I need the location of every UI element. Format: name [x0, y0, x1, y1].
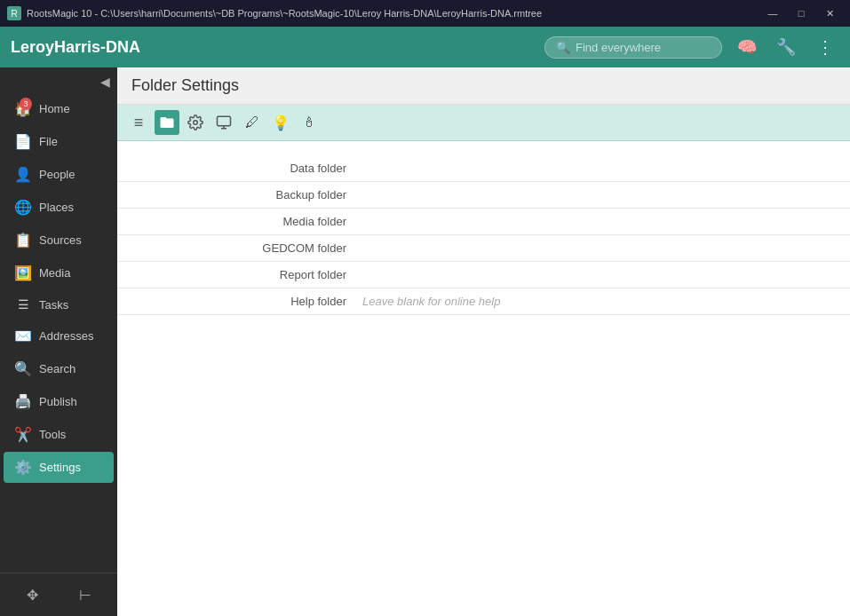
publish-icon: 🖨️: [14, 393, 32, 410]
sidebar-item-media[interactable]: 🖼️ Media: [4, 257, 114, 288]
sidebar-label-publish: Publish: [39, 395, 77, 408]
sidebar-collapse-button[interactable]: ◀: [93, 71, 117, 92]
tools-nav-icon: ✂️: [14, 426, 32, 443]
help-folder-input[interactable]: [357, 291, 850, 312]
move-icon: ✥: [27, 587, 38, 604]
app-title: LeroyHarris-DNA: [11, 38, 534, 57]
sidebar-item-publish[interactable]: 🖨️ Publish: [4, 386, 114, 417]
settings-icon: ⚙️: [14, 459, 32, 476]
addresses-icon: ✉️: [14, 328, 32, 344]
move-button[interactable]: ✥: [7, 580, 57, 609]
media-folder-label: Media folder: [117, 211, 357, 232]
sidebar-label-home: Home: [39, 102, 70, 115]
minimize-button[interactable]: —: [759, 4, 786, 22]
sidebar-label-file: File: [39, 135, 58, 148]
sidebar-label-media: Media: [39, 266, 70, 280]
help-folder-row: Help folder: [117, 288, 850, 315]
search-bar[interactable]: 🔍: [544, 36, 722, 59]
sidebar: ◀ 🏠 Home 3 📄 File 👤 People 🌐 Places 📋 So…: [0, 67, 117, 616]
data-folder-row: Data folder: [117, 155, 850, 182]
data-folder-label: Data folder: [117, 158, 357, 178]
close-button[interactable]: ✕: [816, 4, 843, 22]
media-folder-input[interactable]: [357, 211, 850, 232]
data-folder-input[interactable]: [357, 158, 850, 178]
app-header: LeroyHarris-DNA 🔍 🧠 🔧 ⋮: [0, 27, 850, 67]
report-folder-row: Report folder: [117, 262, 850, 288]
folder-settings-form: Data folder Backup folder Media folder G…: [117, 141, 850, 329]
tab-options[interactable]: [183, 110, 208, 135]
monitor-icon: [216, 115, 232, 130]
gedcom-folder-input[interactable]: [357, 238, 850, 258]
sidebar-label-settings: Settings: [39, 461, 81, 474]
main-content: Folder Settings ≡: [117, 67, 850, 616]
tab-tips[interactable]: 💡: [268, 110, 293, 135]
sidebar-bottom: ✥ ⊢: [0, 573, 117, 616]
sidebar-label-search: Search: [39, 362, 75, 375]
hints-button[interactable]: 🧠: [733, 33, 761, 61]
places-icon: 🌐: [14, 199, 32, 216]
sidebar-label-tools: Tools: [39, 428, 66, 441]
sidebar-item-settings[interactable]: ⚙️ Settings: [4, 452, 114, 483]
sidebar-label-sources: Sources: [39, 233, 82, 247]
tab-general[interactable]: ≡: [126, 110, 151, 135]
settings-toolbar: ≡ 🖊 💡 🕯: [117, 105, 850, 141]
window-controls: — □ ✕: [759, 4, 843, 22]
sidebar-item-search[interactable]: 🔍 Search: [4, 353, 114, 384]
media-folder-row: Media folder: [117, 209, 850, 235]
more-icon: ⋮: [816, 36, 835, 58]
hints-icon: 🧠: [737, 37, 757, 57]
sidebar-item-people[interactable]: 👤 People: [4, 159, 114, 190]
backup-folder-input[interactable]: [357, 185, 850, 205]
home-badge: 3: [20, 98, 32, 110]
search-nav-icon: 🔍: [14, 360, 32, 377]
file-icon: 📄: [14, 133, 32, 150]
tab-memorial[interactable]: 🕯: [297, 110, 322, 135]
tab-colors[interactable]: 🖊: [240, 110, 265, 135]
folder-icon: [159, 115, 175, 130]
tools-button[interactable]: 🔧: [772, 33, 800, 61]
sidebar-label-addresses: Addresses: [39, 329, 93, 343]
search-icon: 🔍: [556, 41, 570, 54]
svg-point-0: [194, 121, 198, 125]
sources-icon: 📋: [14, 232, 32, 249]
backup-folder-label: Backup folder: [117, 185, 357, 205]
maximize-button[interactable]: □: [788, 4, 814, 22]
report-folder-label: Report folder: [117, 265, 357, 285]
sidebar-item-sources[interactable]: 📋 Sources: [4, 225, 114, 256]
media-icon: 🖼️: [14, 265, 32, 281]
tasks-icon: ☰: [14, 297, 32, 312]
sidebar-label-places: Places: [39, 201, 74, 214]
gear-icon: [187, 115, 203, 130]
sidebar-item-places[interactable]: 🌐 Places: [4, 192, 114, 223]
tool-icon: 🔧: [776, 37, 796, 57]
sidebar-label-people: People: [39, 168, 75, 181]
app-icon: R: [7, 6, 21, 20]
pin-button[interactable]: ⊢: [60, 580, 110, 609]
tab-folders[interactable]: [155, 110, 179, 135]
pin-icon: ⊢: [79, 587, 91, 604]
title-bar: R RootsMagic 10 - C:\Users\harri\Documen…: [0, 0, 850, 27]
report-folder-input[interactable]: [357, 265, 850, 285]
more-button[interactable]: ⋮: [811, 33, 839, 61]
backup-folder-row: Backup folder: [117, 182, 850, 209]
gedcom-folder-label: GEDCOM folder: [117, 238, 357, 258]
layout: ◀ 🏠 Home 3 📄 File 👤 People 🌐 Places 📋 So…: [0, 67, 850, 616]
people-icon: 👤: [14, 166, 32, 183]
sidebar-item-addresses[interactable]: ✉️ Addresses: [4, 320, 114, 351]
search-input[interactable]: [576, 41, 711, 54]
help-folder-label: Help folder: [117, 291, 357, 312]
sidebar-item-home[interactable]: 🏠 Home 3: [4, 93, 114, 124]
window-title: RootsMagic 10 - C:\Users\harri\Documents…: [27, 8, 759, 19]
sidebar-item-tasks[interactable]: ☰ Tasks: [4, 290, 114, 319]
sidebar-item-file[interactable]: 📄 File: [4, 126, 114, 157]
tab-display[interactable]: [211, 110, 236, 135]
page-header: Folder Settings: [117, 67, 850, 105]
sidebar-item-tools[interactable]: ✂️ Tools: [4, 419, 114, 450]
gedcom-folder-row: GEDCOM folder: [117, 235, 850, 262]
sidebar-label-tasks: Tasks: [39, 298, 68, 312]
page-title: Folder Settings: [131, 76, 836, 95]
svg-rect-1: [218, 116, 231, 126]
